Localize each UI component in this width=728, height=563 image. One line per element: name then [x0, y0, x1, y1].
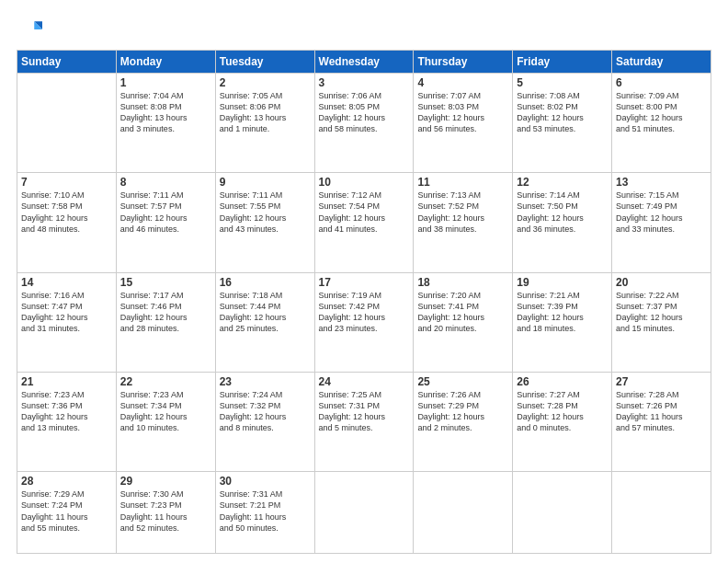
day-number: 12 [517, 176, 608, 189]
day-cell [414, 472, 513, 554]
day-number: 21 [21, 375, 112, 388]
day-number: 11 [417, 176, 508, 189]
day-cell: 11Sunrise: 7:13 AM Sunset: 7:52 PM Dayli… [414, 173, 513, 272]
day-number: 30 [220, 475, 311, 488]
weekday-header-tuesday: Tuesday [215, 51, 314, 74]
day-number: 2 [220, 76, 311, 89]
day-number: 13 [616, 176, 707, 189]
day-cell: 28Sunrise: 7:29 AM Sunset: 7:24 PM Dayli… [17, 472, 117, 554]
day-cell: 19Sunrise: 7:21 AM Sunset: 7:39 PM Dayli… [513, 272, 612, 372]
week-row-4: 21Sunrise: 7:23 AM Sunset: 7:36 PM Dayli… [17, 372, 711, 471]
week-row-1: 1Sunrise: 7:04 AM Sunset: 8:08 PM Daylig… [17, 74, 711, 173]
day-info: Sunrise: 7:04 AM Sunset: 8:08 PM Dayligh… [120, 90, 211, 135]
day-cell: 5Sunrise: 7:08 AM Sunset: 8:02 PM Daylig… [513, 74, 612, 173]
logo-icon [17, 17, 42, 42]
day-info: Sunrise: 7:23 AM Sunset: 7:36 PM Dayligh… [21, 389, 112, 434]
calendar-page: SundayMondayTuesdayWednesdayThursdayFrid… [0, 0, 728, 563]
day-number: 26 [517, 375, 608, 388]
day-number: 7 [21, 176, 112, 189]
day-info: Sunrise: 7:28 AM Sunset: 7:26 PM Dayligh… [616, 389, 707, 434]
day-cell: 22Sunrise: 7:23 AM Sunset: 7:34 PM Dayli… [116, 372, 215, 471]
day-number: 29 [120, 475, 211, 488]
day-cell: 2Sunrise: 7:05 AM Sunset: 8:06 PM Daylig… [215, 74, 314, 173]
day-info: Sunrise: 7:08 AM Sunset: 8:02 PM Dayligh… [517, 90, 608, 135]
day-cell: 25Sunrise: 7:26 AM Sunset: 7:29 PM Dayli… [414, 372, 513, 471]
day-cell: 7Sunrise: 7:10 AM Sunset: 7:58 PM Daylig… [17, 173, 117, 272]
logo [17, 17, 46, 42]
day-info: Sunrise: 7:11 AM Sunset: 7:57 PM Dayligh… [120, 190, 211, 235]
day-info: Sunrise: 7:24 AM Sunset: 7:32 PM Dayligh… [220, 389, 311, 434]
day-cell: 6Sunrise: 7:09 AM Sunset: 8:00 PM Daylig… [612, 74, 711, 173]
day-info: Sunrise: 7:30 AM Sunset: 7:23 PM Dayligh… [120, 488, 211, 534]
day-info: Sunrise: 7:27 AM Sunset: 7:28 PM Dayligh… [517, 389, 608, 434]
day-number: 27 [616, 375, 707, 388]
day-cell: 4Sunrise: 7:07 AM Sunset: 8:03 PM Daylig… [414, 74, 513, 173]
day-info: Sunrise: 7:05 AM Sunset: 8:06 PM Dayligh… [220, 90, 311, 135]
calendar-table: SundayMondayTuesdayWednesdayThursdayFrid… [17, 50, 711, 554]
day-info: Sunrise: 7:26 AM Sunset: 7:29 PM Dayligh… [417, 389, 508, 434]
day-cell: 8Sunrise: 7:11 AM Sunset: 7:57 PM Daylig… [116, 173, 215, 272]
day-info: Sunrise: 7:21 AM Sunset: 7:39 PM Dayligh… [517, 290, 608, 335]
day-cell: 9Sunrise: 7:11 AM Sunset: 7:55 PM Daylig… [215, 173, 314, 272]
weekday-header-saturday: Saturday [612, 51, 711, 74]
day-number: 9 [220, 176, 311, 189]
day-number: 10 [319, 176, 410, 189]
day-info: Sunrise: 7:10 AM Sunset: 7:58 PM Dayligh… [21, 190, 112, 235]
day-number: 6 [616, 76, 707, 89]
week-row-2: 7Sunrise: 7:10 AM Sunset: 7:58 PM Daylig… [17, 173, 711, 272]
day-number: 28 [21, 475, 112, 488]
day-cell: 15Sunrise: 7:17 AM Sunset: 7:46 PM Dayli… [116, 272, 215, 372]
header [17, 17, 711, 42]
day-number: 16 [220, 276, 311, 289]
day-number: 5 [517, 76, 608, 89]
day-cell: 20Sunrise: 7:22 AM Sunset: 7:37 PM Dayli… [612, 272, 711, 372]
day-number: 19 [517, 276, 608, 289]
day-cell [513, 472, 612, 554]
weekday-header-row: SundayMondayTuesdayWednesdayThursdayFrid… [17, 51, 711, 74]
day-cell: 14Sunrise: 7:16 AM Sunset: 7:47 PM Dayli… [17, 272, 117, 372]
day-cell: 29Sunrise: 7:30 AM Sunset: 7:23 PM Dayli… [116, 472, 215, 554]
week-row-5: 28Sunrise: 7:29 AM Sunset: 7:24 PM Dayli… [17, 472, 711, 554]
day-info: Sunrise: 7:06 AM Sunset: 8:05 PM Dayligh… [319, 90, 410, 135]
day-info: Sunrise: 7:07 AM Sunset: 8:03 PM Dayligh… [417, 90, 508, 135]
day-number: 20 [616, 276, 707, 289]
day-number: 1 [120, 76, 211, 89]
day-info: Sunrise: 7:11 AM Sunset: 7:55 PM Dayligh… [220, 190, 311, 235]
day-cell [612, 472, 711, 554]
day-cell: 26Sunrise: 7:27 AM Sunset: 7:28 PM Dayli… [513, 372, 612, 471]
day-info: Sunrise: 7:09 AM Sunset: 8:00 PM Dayligh… [616, 90, 707, 135]
day-info: Sunrise: 7:31 AM Sunset: 7:21 PM Dayligh… [220, 488, 311, 534]
day-info: Sunrise: 7:29 AM Sunset: 7:24 PM Dayligh… [21, 488, 112, 534]
day-number: 23 [220, 375, 311, 388]
day-number: 8 [120, 176, 211, 189]
weekday-header-sunday: Sunday [17, 51, 117, 74]
weekday-header-wednesday: Wednesday [314, 51, 414, 74]
day-info: Sunrise: 7:25 AM Sunset: 7:31 PM Dayligh… [319, 389, 410, 434]
day-info: Sunrise: 7:23 AM Sunset: 7:34 PM Dayligh… [120, 389, 211, 434]
day-cell: 18Sunrise: 7:20 AM Sunset: 7:41 PM Dayli… [414, 272, 513, 372]
day-info: Sunrise: 7:17 AM Sunset: 7:46 PM Dayligh… [120, 290, 211, 335]
weekday-header-monday: Monday [116, 51, 215, 74]
day-cell: 1Sunrise: 7:04 AM Sunset: 8:08 PM Daylig… [116, 74, 215, 173]
day-cell: 16Sunrise: 7:18 AM Sunset: 7:44 PM Dayli… [215, 272, 314, 372]
day-info: Sunrise: 7:15 AM Sunset: 7:49 PM Dayligh… [616, 190, 707, 235]
day-number: 14 [21, 276, 112, 289]
day-cell [17, 74, 117, 173]
day-number: 25 [417, 375, 508, 388]
day-info: Sunrise: 7:19 AM Sunset: 7:42 PM Dayligh… [319, 290, 410, 335]
day-cell: 30Sunrise: 7:31 AM Sunset: 7:21 PM Dayli… [215, 472, 314, 554]
day-cell: 3Sunrise: 7:06 AM Sunset: 8:05 PM Daylig… [314, 74, 414, 173]
day-cell: 24Sunrise: 7:25 AM Sunset: 7:31 PM Dayli… [314, 372, 414, 471]
day-info: Sunrise: 7:16 AM Sunset: 7:47 PM Dayligh… [21, 290, 112, 335]
day-info: Sunrise: 7:18 AM Sunset: 7:44 PM Dayligh… [220, 290, 311, 335]
day-number: 17 [319, 276, 410, 289]
day-number: 15 [120, 276, 211, 289]
day-cell: 21Sunrise: 7:23 AM Sunset: 7:36 PM Dayli… [17, 372, 117, 471]
day-number: 24 [319, 375, 410, 388]
day-cell: 13Sunrise: 7:15 AM Sunset: 7:49 PM Dayli… [612, 173, 711, 272]
weekday-header-thursday: Thursday [414, 51, 513, 74]
day-info: Sunrise: 7:14 AM Sunset: 7:50 PM Dayligh… [517, 190, 608, 235]
day-cell: 17Sunrise: 7:19 AM Sunset: 7:42 PM Dayli… [314, 272, 414, 372]
weekday-header-friday: Friday [513, 51, 612, 74]
day-cell: 23Sunrise: 7:24 AM Sunset: 7:32 PM Dayli… [215, 372, 314, 471]
